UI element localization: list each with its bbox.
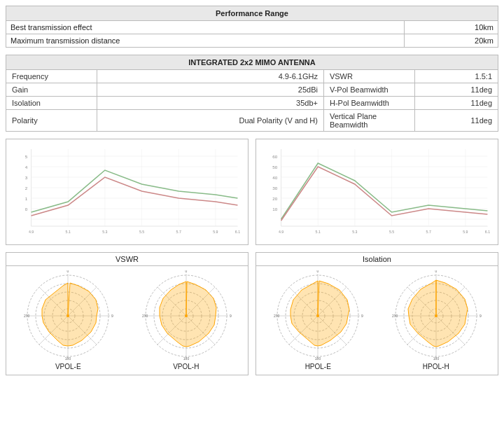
table-row: Frequency 4.9-6.1GHz VSWR 1.5:1	[6, 70, 498, 83]
vswr-polar-pair: 0 90 180 270 VPOL-E	[6, 266, 248, 375]
svg-text:5.7: 5.7	[426, 230, 431, 234]
performance-range-table: Performance Range Best transmission effe…	[6, 6, 498, 48]
svg-text:0: 0	[435, 270, 437, 273]
table-row: Best transmission effect 10km	[6, 21, 498, 34]
spec-value: 11deg	[414, 83, 498, 97]
polar-section: VSWR	[6, 252, 498, 375]
spec-value: 1.5:1	[414, 70, 498, 83]
svg-text:3: 3	[25, 175, 28, 180]
isolation-polar-title: Isolation	[256, 253, 498, 266]
svg-text:30: 30	[272, 186, 278, 190]
vpol-e-item: 0 90 180 270 VPOL-E	[10, 270, 126, 370]
svg-text:5.5: 5.5	[139, 230, 144, 234]
svg-text:6.1: 6.1	[235, 230, 240, 234]
right-chart-container: 60 50 40 30 20 10 4.9 5.1 5.3 5.5 5.7 5.…	[255, 139, 498, 245]
charts-row: 5 4 3 2 1 0 4.9 5.1 5.3 5.5 5.7 5.9 6.1	[6, 139, 498, 245]
svg-text:4.9: 4.9	[279, 230, 284, 234]
svg-text:4: 4	[25, 165, 28, 169]
svg-text:0: 0	[25, 207, 28, 211]
spec-label: Frequency	[6, 70, 97, 83]
spec-label: H-Pol Beamwidth	[323, 97, 414, 110]
svg-text:180: 180	[183, 356, 190, 361]
spec-label: V-Pol Beamwidth	[323, 83, 414, 97]
spec-value: 4.9-6.1GHz	[97, 70, 324, 83]
row-value: 20km	[405, 34, 498, 48]
svg-text:5: 5	[25, 154, 28, 159]
hpol-e-label: HPOL-E	[305, 363, 331, 370]
svg-text:2: 2	[25, 186, 28, 190]
row-label: Best transmission effect	[6, 21, 405, 34]
table-row: Maximum transmission distance 20km	[6, 34, 498, 48]
svg-text:0: 0	[67, 270, 69, 273]
svg-text:5.9: 5.9	[213, 230, 218, 234]
svg-text:270: 270	[392, 314, 398, 318]
svg-text:6.1: 6.1	[485, 230, 490, 234]
svg-text:40: 40	[272, 175, 278, 180]
svg-text:270: 270	[24, 314, 30, 318]
svg-point-64	[66, 314, 69, 317]
spec-label: VSWR	[323, 70, 414, 83]
svg-text:180: 180	[433, 356, 440, 361]
svg-text:90: 90	[230, 314, 232, 318]
svg-text:10: 10	[272, 207, 278, 211]
vswr-polar-title: VSWR	[6, 253, 248, 266]
isolation-polar-group: Isolation 0 90 180	[255, 252, 498, 375]
hpol-h-label: HPOL-H	[423, 363, 449, 370]
row-label: Maximum transmission distance	[6, 34, 405, 48]
svg-text:270: 270	[142, 314, 148, 318]
spec-label: Polarity	[6, 110, 97, 132]
svg-text:90: 90	[361, 314, 363, 318]
svg-text:180: 180	[65, 356, 71, 361]
svg-text:50: 50	[272, 165, 278, 169]
svg-text:5.7: 5.7	[176, 230, 181, 234]
svg-text:270: 270	[274, 314, 280, 318]
svg-text:1: 1	[25, 196, 28, 201]
left-chart: 5 4 3 2 1 0 4.9 5.1 5.3 5.5 5.7 5.9 6.1	[9, 142, 245, 240]
left-chart-container: 5 4 3 2 1 0 4.9 5.1 5.3 5.5 5.7 5.9 6.1	[6, 139, 248, 245]
svg-text:60: 60	[272, 154, 278, 159]
svg-text:5.1: 5.1	[316, 230, 321, 234]
performance-range-title: Performance Range	[6, 6, 498, 21]
svg-point-109	[435, 314, 438, 317]
svg-text:5.1: 5.1	[66, 230, 71, 234]
svg-point-79	[185, 314, 188, 317]
hpol-e-chart: 0 90 180 270	[272, 270, 363, 361]
svg-text:5.5: 5.5	[389, 230, 394, 234]
svg-text:0: 0	[185, 270, 187, 273]
spec-value: Dual Polarity (V and H)	[97, 110, 324, 132]
svg-text:5.9: 5.9	[463, 230, 468, 234]
svg-text:90: 90	[479, 314, 482, 318]
spec-label: Isolation	[6, 97, 97, 110]
svg-text:20: 20	[272, 196, 278, 201]
hpol-h-item: 0 90 180 270 HPOL-H	[379, 270, 494, 370]
vpol-h-item: 0 90 180 270 VPOL-H	[129, 270, 244, 370]
hpol-h-chart: 0 90 180 270	[391, 270, 482, 361]
spec-value: 11deg	[414, 97, 498, 110]
spec-label: Vertical Plane Beamwidth	[323, 110, 414, 132]
vpol-h-label: VPOL-H	[173, 363, 199, 370]
table-row: Gain 25dBi V-Pol Beamwidth 11deg	[6, 83, 498, 97]
hpol-e-item: 0 90 180 270 HPOL-E	[260, 270, 376, 370]
svg-marker-78	[160, 282, 216, 347]
svg-text:180: 180	[315, 356, 321, 361]
row-value: 10km	[405, 21, 498, 34]
vpol-e-chart: 0 90 180 270	[22, 270, 113, 361]
vswr-polar-group: VSWR	[6, 252, 248, 375]
svg-text:5.3: 5.3	[102, 230, 107, 234]
table-row: Polarity Dual Polarity (V and H) Vertica…	[6, 110, 498, 132]
right-chart: 60 50 40 30 20 10 4.9 5.1 5.3 5.5 5.7 5.…	[259, 142, 495, 240]
svg-marker-93	[290, 281, 349, 346]
svg-text:0: 0	[317, 270, 319, 273]
vpol-e-label: VPOL-E	[55, 363, 81, 370]
svg-text:5.3: 5.3	[352, 230, 357, 234]
spec-label: Gain	[6, 83, 97, 97]
isolation-polar-pair: 0 90 180 270 HPOL-E	[256, 266, 498, 375]
svg-marker-63	[42, 283, 98, 346]
antenna-specs-table: INTEGRATED 2x2 MIMO ANTENNA Frequency 4.…	[6, 55, 498, 132]
vpol-h-chart: 0 90 180 270	[141, 270, 232, 361]
svg-text:4.9: 4.9	[29, 230, 34, 234]
table-row: Isolation 35db+ H-Pol Beamwidth 11deg	[6, 97, 498, 110]
spec-value: 25dBi	[97, 83, 324, 97]
svg-point-94	[316, 314, 319, 317]
spec-value: 11deg	[414, 110, 498, 132]
